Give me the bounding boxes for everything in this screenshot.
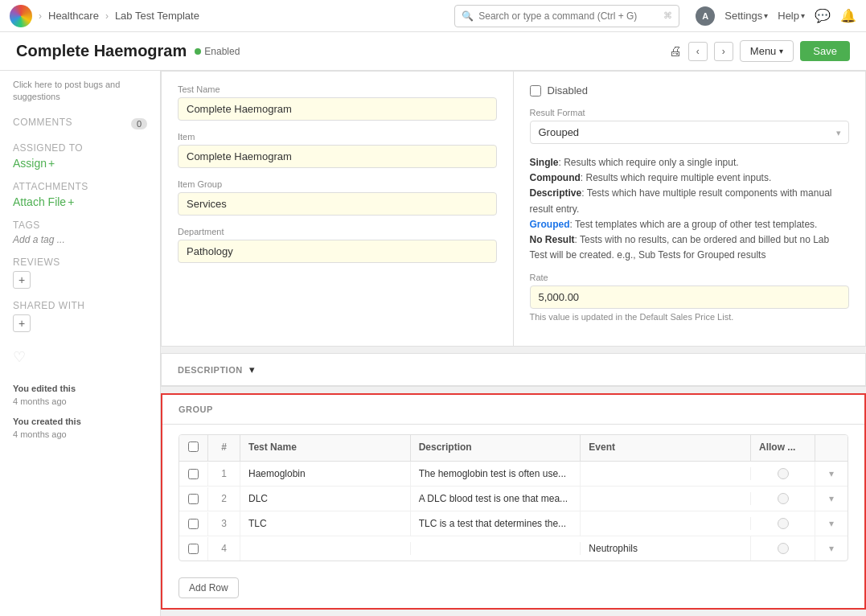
heart-icon[interactable]: ♡ xyxy=(13,348,147,366)
table-row: 2 DLC A DLC blood test is one that mea..… xyxy=(179,487,848,511)
rate-input[interactable] xyxy=(530,285,850,309)
add-tag[interactable]: Add a tag ... xyxy=(13,234,147,245)
test-name-input[interactable] xyxy=(178,97,497,121)
attachments-section: Attachments Attach File + xyxy=(13,181,147,208)
breadcrumb-chevron-2: › xyxy=(105,10,109,22)
add-row-button[interactable]: Add Row xyxy=(179,577,239,598)
row-1-allow-circle xyxy=(778,468,789,479)
search-shortcut: ⌘ xyxy=(663,10,672,21)
table-row: 4 Neutrophils ▾ xyxy=(179,536,848,561)
item-group-input[interactable] xyxy=(178,192,497,216)
chat-icon[interactable]: 💬 xyxy=(815,8,831,23)
row-2-num: 2 xyxy=(208,487,240,511)
add-shared[interactable]: + xyxy=(13,314,31,332)
tags-section: Tags Add a tag ... xyxy=(13,220,147,245)
row-2-checkbox[interactable] xyxy=(188,494,199,504)
result-format-label: Result Format xyxy=(530,108,850,117)
row-4-checkbox[interactable] xyxy=(188,544,199,554)
row-3-num: 3 xyxy=(208,511,240,536)
menu-button[interactable]: Menu ▾ xyxy=(740,40,794,62)
row-2-description: A DLC blood test is one that mea... xyxy=(411,487,581,511)
row-1-description: The hemoglobin test is often use... xyxy=(411,462,581,486)
grouped-desc: : Test templates which are a group of ot… xyxy=(570,219,818,230)
notification-icon[interactable]: 🔔 xyxy=(840,8,856,23)
test-name-label: Test Name xyxy=(178,84,497,94)
breadcrumb-healthcare[interactable]: Healthcare xyxy=(48,10,99,22)
row-4-allow xyxy=(751,536,815,561)
settings-button[interactable]: Settings ▾ xyxy=(724,10,768,22)
row-4-test-name[interactable] xyxy=(240,542,411,555)
nav-right: A Settings ▾ Help ▾ 💬 🔔 xyxy=(696,6,856,26)
row-1-checkbox[interactable] xyxy=(188,469,199,479)
table-header: # Test Name Description Event Allow ... xyxy=(179,435,848,462)
description-header[interactable]: DESCRIPTION ▾ xyxy=(162,354,865,386)
table-row: 1 Haemoglobin The hemoglobin test is oft… xyxy=(179,462,848,487)
result-format-select[interactable]: Single Compound Descriptive Grouped No R… xyxy=(530,121,850,144)
rate-note: This value is updated in the Default Sal… xyxy=(530,312,850,322)
row-3-check[interactable] xyxy=(179,512,208,536)
help-button[interactable]: Help ▾ xyxy=(778,10,805,22)
row-2-test-name[interactable]: DLC xyxy=(240,487,411,511)
row-2-allow-circle xyxy=(778,493,789,504)
bug-link[interactable]: Click here to post bugs and suggestions xyxy=(13,79,147,104)
item-field: Item xyxy=(178,132,497,168)
description-section: DESCRIPTION ▾ xyxy=(161,353,866,387)
page-header: Complete Haemogram Enabled 🖨 ‹ › Menu ▾ … xyxy=(0,32,866,71)
item-input[interactable] xyxy=(178,145,497,168)
next-button[interactable]: › xyxy=(714,42,733,61)
single-label: Single xyxy=(530,157,559,168)
compound-label: Compound xyxy=(530,172,581,183)
col-check xyxy=(179,435,208,461)
form-left: Test Name Item Item Group Department xyxy=(162,72,514,346)
page-title: Complete Haemogram xyxy=(16,42,187,60)
row-2-check[interactable] xyxy=(179,487,208,511)
row-3-checkbox[interactable] xyxy=(188,519,199,529)
row-3-description: TLC is a test that determines the... xyxy=(411,511,581,536)
group-header: GROUP xyxy=(162,395,864,425)
row-2-dropdown[interactable]: ▾ xyxy=(815,487,848,511)
reviews-section: Reviews + xyxy=(13,257,147,289)
table-row: 3 TLC TLC is a test that determines the.… xyxy=(179,511,848,536)
row-4-dropdown[interactable]: ▾ xyxy=(815,536,848,561)
department-input[interactable] xyxy=(178,240,497,263)
search-input[interactable] xyxy=(478,10,659,22)
row-4-event: Neutrophils xyxy=(581,536,751,561)
rate-label: Rate xyxy=(530,273,850,282)
test-name-field: Test Name xyxy=(178,84,497,121)
descriptive-label: Descriptive xyxy=(530,187,582,199)
attach-action[interactable]: Attach File + xyxy=(13,195,147,208)
item-group-label: Item Group xyxy=(178,179,497,189)
global-search[interactable]: 🔍 ⌘ xyxy=(454,5,679,27)
col-event: Event xyxy=(581,435,751,461)
row-3-dropdown[interactable]: ▾ xyxy=(815,511,848,536)
row-2-event xyxy=(581,492,751,505)
prev-button[interactable]: ‹ xyxy=(688,42,708,61)
row-1-dropdown[interactable]: ▾ xyxy=(815,462,848,486)
activity-2: You created this 4 months ago xyxy=(13,415,147,441)
row-1-test-name[interactable]: Haemoglobin xyxy=(240,462,411,486)
title-area: Complete Haemogram Enabled xyxy=(16,42,240,60)
app-logo[interactable] xyxy=(10,5,32,27)
row-3-allow xyxy=(751,511,815,536)
row-4-check[interactable] xyxy=(179,537,208,561)
add-review[interactable]: + xyxy=(13,271,31,289)
col-actions xyxy=(815,435,848,461)
assigned-section: Assigned To Assign + xyxy=(13,142,147,170)
breadcrumb-lab-test[interactable]: Lab Test Template xyxy=(115,10,199,22)
activity-section: You edited this 4 months ago You created… xyxy=(13,382,147,441)
result-info: Single: Results which require only a sin… xyxy=(530,155,850,263)
print-icon[interactable]: 🖨 xyxy=(669,44,682,59)
select-all-checkbox[interactable] xyxy=(188,441,199,452)
header-actions: 🖨 ‹ › Menu ▾ Save xyxy=(669,40,850,62)
group-table: # Test Name Description Event Allow ... … xyxy=(179,434,848,561)
item-label: Item xyxy=(178,132,497,142)
assign-action[interactable]: Assign + xyxy=(13,157,147,170)
attachments-label: Attachments xyxy=(13,181,147,192)
department-label: Department xyxy=(178,227,497,236)
description-chevron: ▾ xyxy=(249,363,255,376)
row-3-test-name[interactable]: TLC xyxy=(240,511,411,536)
col-num: # xyxy=(208,435,240,461)
save-button[interactable]: Save xyxy=(800,41,850,61)
row-1-check[interactable] xyxy=(179,462,208,486)
disabled-checkbox[interactable] xyxy=(530,85,541,97)
